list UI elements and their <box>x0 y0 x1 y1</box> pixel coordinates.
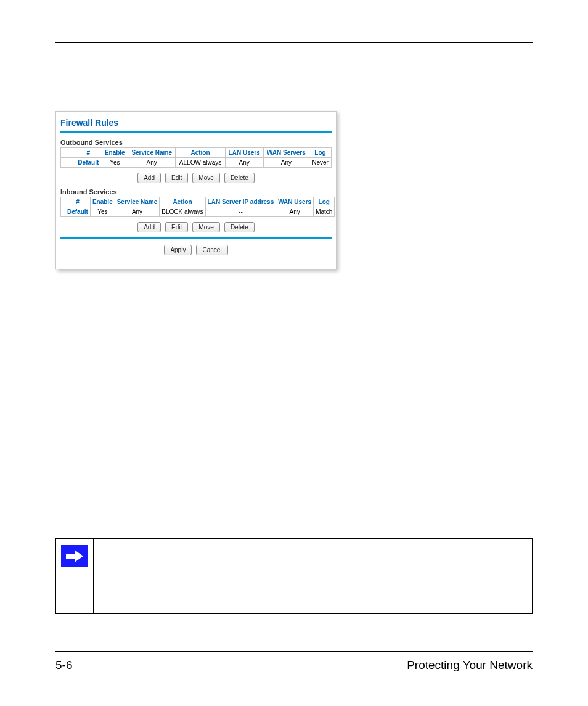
row-lan: -- <box>205 207 276 217</box>
row-service: Any <box>115 207 160 217</box>
table-header-row: # Enable Service Name Action LAN Server … <box>61 197 335 207</box>
col-enable: Enable <box>102 148 128 158</box>
col-action: Action <box>160 197 205 207</box>
col-num: # <box>75 148 102 158</box>
row-log: Never <box>309 158 332 168</box>
col-service: Service Name <box>115 197 160 207</box>
apply-button[interactable]: Apply <box>164 245 192 255</box>
inbound-table: # Enable Service Name Action LAN Server … <box>60 197 335 217</box>
row-action: ALLOW always <box>176 158 225 168</box>
col-enable: Enable <box>90 197 115 207</box>
row-wan: Any <box>276 207 314 217</box>
apply-cancel-row: Apply Cancel <box>60 245 332 255</box>
cancel-button[interactable]: Cancel <box>196 245 227 255</box>
col-lan: LAN Users <box>225 148 263 158</box>
col-select <box>61 148 75 158</box>
table-header-row: # Enable Service Name Action LAN Users W… <box>61 148 332 158</box>
edit-button[interactable]: Edit <box>165 173 188 183</box>
delete-button[interactable]: Delete <box>224 173 255 183</box>
panel-divider-top <box>60 131 332 133</box>
page-number: 5-6 <box>55 659 72 672</box>
col-service: Service Name <box>128 148 176 158</box>
inbound-button-row: Add Edit Move Delete <box>60 222 332 232</box>
page-footer: 5-6 Protecting Your Network <box>55 651 533 672</box>
col-lan: LAN Server IP address <box>205 197 276 207</box>
row-enable: Yes <box>90 207 115 217</box>
footer-rule <box>55 651 533 652</box>
row-lan: Any <box>225 158 263 168</box>
row-enable: Yes <box>102 158 128 168</box>
col-wan: WAN Servers <box>263 148 309 158</box>
arrow-right-icon <box>61 545 88 567</box>
table-row: Default Yes Any BLOCK always -- Any Matc… <box>61 207 335 217</box>
row-select-cell[interactable] <box>61 207 65 217</box>
row-num-link[interactable]: Default <box>65 207 91 217</box>
row-service: Any <box>128 158 176 168</box>
outbound-label: Outbound Services <box>60 139 332 146</box>
row-wan: Any <box>263 158 309 168</box>
row-action: BLOCK always <box>160 207 205 217</box>
panel-divider-bottom <box>60 237 332 239</box>
col-num: # <box>65 197 91 207</box>
add-button[interactable]: Add <box>137 173 161 183</box>
move-button[interactable]: Move <box>192 173 219 183</box>
col-log: Log <box>314 197 335 207</box>
col-action: Action <box>176 148 225 158</box>
row-select-cell[interactable] <box>61 158 75 168</box>
outbound-table: # Enable Service Name Action LAN Users W… <box>60 147 332 168</box>
header-rule <box>55 42 533 43</box>
row-log: Match <box>314 207 335 217</box>
outbound-button-row: Add Edit Move Delete <box>60 173 332 183</box>
col-select <box>61 197 65 207</box>
inbound-label: Inbound Services <box>60 188 332 195</box>
panel-title: Firewall Rules <box>60 117 332 131</box>
edit-button[interactable]: Edit <box>165 222 188 232</box>
firewall-rules-panel: Firewall Rules Outbound Services # Enabl… <box>55 111 337 269</box>
move-button[interactable]: Move <box>192 222 219 232</box>
table-row: Default Yes Any ALLOW always Any Any Nev… <box>61 158 332 168</box>
note-body <box>94 539 532 613</box>
col-wan: WAN Users <box>276 197 314 207</box>
delete-button[interactable]: Delete <box>224 222 255 232</box>
col-log: Log <box>309 148 332 158</box>
note-box <box>55 538 533 614</box>
note-icon-cell <box>56 539 94 613</box>
section-title: Protecting Your Network <box>407 659 533 672</box>
add-button[interactable]: Add <box>137 222 161 232</box>
row-num-link[interactable]: Default <box>75 158 102 168</box>
